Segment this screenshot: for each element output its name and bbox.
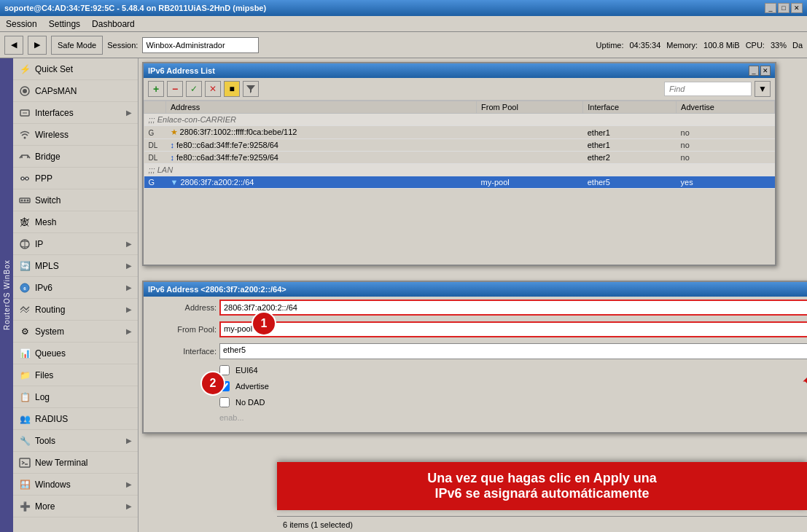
- sidebar-item-radius[interactable]: 👥 RADIUS: [13, 408, 138, 430]
- sidebar-item-capsman[interactable]: CAPsMAN: [13, 80, 138, 102]
- sidebar-label-ipv6: IPv6: [35, 283, 122, 293]
- row-address-4: ▼ 2806:3f7:a200:2::/64: [166, 176, 477, 189]
- sidebar-item-ip[interactable]: IP ▶: [13, 233, 138, 255]
- ipv6-list-controls[interactable]: _ ✕: [749, 66, 771, 76]
- switch-icon: [19, 195, 31, 206]
- menu-settings[interactable]: Settings: [46, 18, 83, 30]
- sidebar-label-log: Log: [35, 392, 132, 402]
- sidebar-item-log[interactable]: 📋 Log: [13, 386, 138, 408]
- sidebar-item-ppp[interactable]: PPP: [13, 168, 138, 189]
- sidebar-item-tools[interactable]: 🔧 Tools ▶: [13, 430, 138, 452]
- sidebar-item-queues[interactable]: 📊 Queues: [13, 343, 138, 364]
- svg-point-8: [21, 177, 24, 180]
- add-btn[interactable]: +: [148, 81, 164, 97]
- ipv6-edit-body: Address: From Pool: my-pool ▲ ▼ ▼: [144, 297, 807, 432]
- safe-mode-btn[interactable]: Safe Mode: [51, 36, 103, 55]
- title-bar-controls[interactable]: _ □ ✕: [765, 3, 803, 13]
- svg-point-9: [26, 177, 28, 180]
- sidebar-item-windows[interactable]: 🪟 Windows ▶: [13, 474, 138, 496]
- col-flag[interactable]: [144, 101, 166, 114]
- sidebar-label-mpls: MPLS: [35, 261, 122, 271]
- from-pool-select[interactable]: my-pool ▲ ▼ ▼: [219, 321, 807, 337]
- ipv6-list-minimize-btn[interactable]: _: [749, 66, 759, 76]
- menu-dashboard[interactable]: Dashboard: [89, 18, 138, 30]
- enable-row: enab...: [144, 410, 807, 425]
- mpls-arrow-icon: ▶: [126, 262, 132, 270]
- cancel-list-btn[interactable]: ✕: [205, 81, 221, 97]
- row-flag-g1: G: [144, 126, 166, 139]
- from-pool-label: From Pool:: [151, 325, 217, 334]
- table-row[interactable]: DL ↕ fe80::c6ad:34ff:fe7e:9259/64 ether2…: [144, 152, 775, 164]
- ipv6-list-close-btn[interactable]: ✕: [760, 66, 771, 76]
- mesh-icon: 🕸: [19, 216, 31, 228]
- ipv6-list-title: IPv6 Address List: [148, 66, 215, 75]
- eui64-checkbox[interactable]: [219, 365, 230, 375]
- sidebar-item-interfaces[interactable]: Interfaces ▶: [13, 102, 138, 124]
- delete-btn[interactable]: −: [167, 81, 183, 97]
- col-address[interactable]: Address: [166, 101, 477, 114]
- sidebar-item-more[interactable]: ➕ More ▶: [13, 496, 138, 517]
- sidebar-item-new-terminal[interactable]: New Terminal: [13, 452, 138, 474]
- sidebar-label-queues: Queues: [35, 348, 132, 359]
- menu-session[interactable]: Session: [3, 18, 40, 30]
- eui64-row: EUI64: [144, 362, 807, 378]
- filter-btn[interactable]: [243, 81, 259, 97]
- interface-row: Interface: ether5 ▼: [144, 340, 807, 362]
- tools-arrow-icon: ▶: [126, 437, 132, 445]
- forward-btn[interactable]: ▶: [28, 36, 47, 55]
- find-input[interactable]: [664, 82, 752, 96]
- sidebar-item-mesh[interactable]: 🕸 Mesh: [13, 211, 138, 233]
- windows-arrow-icon: ▶: [126, 480, 132, 488]
- address-input[interactable]: [219, 300, 807, 316]
- settings-btn[interactable]: ■: [224, 81, 240, 97]
- table-row-selected[interactable]: G ▼ 2806:3f7:a200:2::/64 my-pool ether5 …: [144, 176, 775, 189]
- routing-icon: [19, 304, 31, 316]
- advertise-label: Advertise: [235, 382, 269, 391]
- minimize-btn[interactable]: _: [765, 3, 776, 13]
- sidebar-label-quick-set: Quick Set: [35, 64, 132, 74]
- files-icon: 📁: [19, 369, 31, 381]
- sidebar-item-ipv6[interactable]: 6 IPv6 ▶: [13, 277, 138, 299]
- sidebar-label-capsman: CAPsMAN: [35, 86, 132, 96]
- sidebar-label-interfaces: Interfaces: [35, 108, 122, 118]
- back-btn[interactable]: ◀: [4, 36, 23, 55]
- sidebar-label-tools: Tools: [35, 436, 122, 446]
- sidebar-label-ip: IP: [35, 239, 122, 249]
- sidebar-item-files[interactable]: 📁 Files: [13, 364, 138, 386]
- col-advertise[interactable]: Advertise: [677, 101, 775, 114]
- row-pool-1: [477, 126, 583, 139]
- ip-icon: [19, 238, 31, 250]
- tooltip-banner: Una vez que hagas clic en Apply una IPv6…: [277, 462, 807, 510]
- interface-select[interactable]: ether5 ▼: [219, 343, 807, 359]
- sidebar-item-quick-set[interactable]: ⚡ Quick Set: [13, 58, 138, 80]
- row-advertise-1: no: [677, 126, 775, 139]
- row-address-1: ★ 2806:3f7:1002::ffff:f0ca:bebe/112: [166, 126, 477, 139]
- maximize-btn[interactable]: □: [778, 3, 790, 13]
- sidebar-item-switch[interactable]: Switch: [13, 189, 138, 211]
- log-icon: 📋: [19, 391, 31, 403]
- table-row[interactable]: DL ↕ fe80::c6ad:34ff:fe7e:9258/64 ether1…: [144, 139, 775, 152]
- more-icon: ➕: [19, 501, 31, 512]
- col-interface[interactable]: Interface: [583, 101, 677, 114]
- sidebar-item-wireless[interactable]: Wireless: [13, 124, 138, 146]
- table-row[interactable]: G ★ 2806:3f7:1002::ffff:f0ca:bebe/112 et…: [144, 126, 775, 139]
- sidebar-item-routing[interactable]: Routing ▶: [13, 299, 138, 321]
- session-input[interactable]: [142, 37, 259, 53]
- find-dropdown-btn[interactable]: ▼: [755, 81, 771, 97]
- ip-arrow-icon: ▶: [126, 240, 132, 248]
- sidebar-item-bridge[interactable]: Bridge: [13, 146, 138, 168]
- sidebar-item-system[interactable]: ⚙ System ▶: [13, 321, 138, 343]
- row-pool-3: [477, 152, 583, 164]
- status-bar: 6 items (1 selected): [277, 516, 807, 532]
- svg-point-12: [24, 199, 26, 201]
- no-dad-checkbox[interactable]: [219, 397, 230, 407]
- section-header-carrier: ;;; Enlace-con-CARRIER: [144, 114, 775, 126]
- sidebar-label-mesh: Mesh: [35, 217, 132, 227]
- section-header-lan: ;;; LAN: [144, 164, 775, 176]
- status-text: 6 items (1 selected): [283, 520, 353, 529]
- col-from-pool[interactable]: From Pool: [477, 101, 583, 114]
- sidebar-label-switch: Switch: [35, 195, 132, 206]
- close-btn[interactable]: ✕: [791, 3, 803, 13]
- sidebar-item-mpls[interactable]: 🔄 MPLS ▶: [13, 255, 138, 277]
- confirm-btn[interactable]: ✓: [186, 81, 202, 97]
